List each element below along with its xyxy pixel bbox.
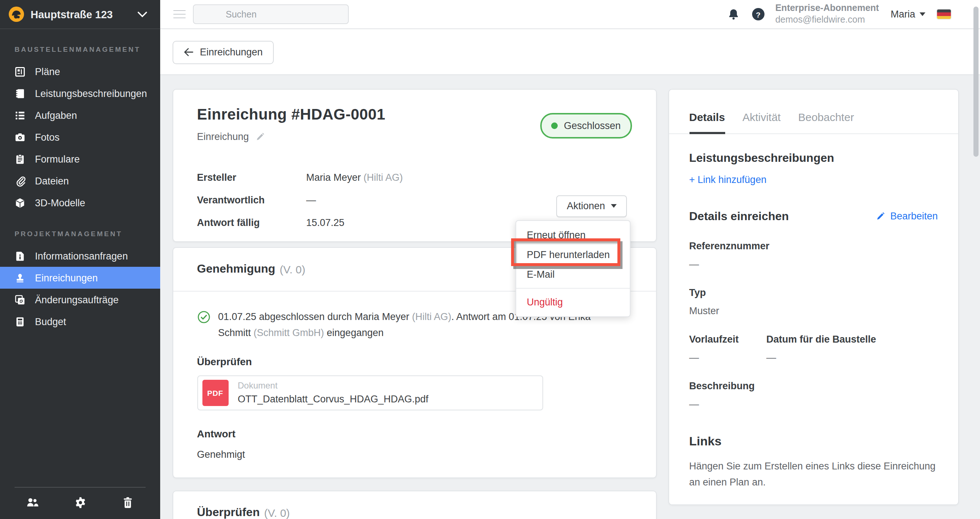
review-card: Überprüfen (V. 0) (172, 490, 657, 519)
account-email: demos@fieldwire.com (775, 14, 879, 26)
approval-title: Genehmigung (197, 262, 275, 276)
tab-details[interactable]: Details (689, 110, 725, 133)
notifications-bell-icon[interactable] (727, 8, 740, 21)
edit-button[interactable]: Bearbeiten (875, 211, 938, 222)
sidebar-item-plaene[interactable]: Pläne (0, 61, 160, 82)
chevron-down-icon (138, 11, 147, 17)
attachment-row[interactable]: PDF Dokument OTT_Datenblatt_Corvus_HDAG_… (197, 375, 543, 410)
sidebar-item-label: Informationsanfragen (35, 251, 128, 261)
sidebar-item-label: Leistungsbeschreibungen (35, 88, 147, 99)
onsite-date-value: — (766, 352, 938, 363)
trash-icon[interactable] (122, 497, 134, 509)
status-badge: Geschlossen (541, 113, 632, 139)
hamburger-menu-icon[interactable] (173, 8, 186, 21)
subheader: Einreichungen (160, 29, 980, 75)
menu-item-email[interactable]: E-Mail (516, 265, 629, 284)
sidebar-item-informationsanfragen[interactable]: Informationsanfragen (0, 245, 160, 267)
user-name: Maria (891, 9, 915, 20)
forms-icon (14, 153, 25, 164)
chevron-down-icon (920, 13, 925, 16)
sidebar-item-label: Formulare (35, 153, 80, 164)
sidebar-item-label: Aufgaben (35, 110, 77, 121)
field-value: 15.07.25 (306, 217, 344, 228)
answer-value: Genehmigt (197, 449, 632, 460)
back-button-label: Einreichungen (200, 47, 263, 57)
review-card-version: (V. 0) (264, 506, 290, 519)
answer-label: Antwort (197, 428, 632, 439)
user-menu[interactable]: Maria (891, 9, 925, 20)
add-link-button[interactable]: + Link hinzufügen (689, 174, 938, 185)
links-heading: Links (689, 434, 938, 449)
pdf-file-icon: PDF (202, 380, 228, 406)
reference-label: Referenznummer (689, 240, 938, 251)
sidebar-item-budget[interactable]: Budget (0, 311, 160, 332)
section-label: BAUSTELLENMANAGEMENT (0, 45, 160, 53)
specifications-icon (14, 88, 25, 99)
menu-item-download-pdf[interactable]: PDF herunterladen (516, 245, 629, 265)
review-section-label: Überprüfen (197, 356, 632, 367)
edit-button-label: Bearbeiten (890, 211, 938, 222)
field-value: Maria Meyer (Hilti AG) (306, 172, 403, 183)
section-label: PROJEKTMANAGEMENT (0, 230, 160, 238)
sidebar-item-aufgaben[interactable]: Aufgaben (0, 104, 160, 126)
edit-pencil-icon[interactable] (256, 132, 265, 141)
search-input[interactable] (199, 8, 344, 20)
sidebar-item-label: Fotos (35, 132, 60, 142)
status-dot-icon (552, 123, 558, 129)
actions-button[interactable]: Aktionen (557, 195, 627, 217)
submittal-type: Einreichung (197, 131, 249, 142)
type-label: Typ (689, 287, 938, 298)
project-name: Hauptstraße 123 (30, 8, 138, 20)
chevron-down-icon (611, 204, 617, 208)
fieldwire-logo-icon (9, 6, 24, 22)
search-box[interactable] (193, 4, 349, 24)
onsite-date-label: Datum für die Baustelle (766, 334, 938, 345)
tab-aktivitaet[interactable]: Aktivität (742, 110, 781, 133)
details-panel: Details Aktivität Beobachter Leistungsbe… (668, 89, 959, 505)
menu-item-reopen[interactable]: Erneut öffnen (516, 225, 629, 245)
subscription-label: Enterprise-Abonnement (775, 3, 879, 14)
field-label: Ersteller (197, 172, 306, 183)
sidebar-item-einreichungen[interactable]: Einreichungen (0, 267, 160, 289)
sidebar-item-label: 3D-Modelle (35, 197, 85, 208)
files-icon (14, 175, 25, 186)
divider (516, 288, 629, 289)
sidebar-item-label: Dateien (35, 175, 69, 186)
sidebar-item-formulare[interactable]: Formulare (0, 148, 160, 170)
language-flag-german-icon[interactable] (937, 10, 951, 19)
photos-icon (14, 132, 25, 142)
gear-icon[interactable] (74, 497, 86, 509)
type-value: Muster (689, 305, 938, 316)
sidebar-item-leistungsbeschreibungen[interactable]: Leistungsbeschreibungen (0, 82, 160, 104)
specifications-heading: Leistungsbeschreibungen (689, 151, 938, 164)
tasks-icon (14, 110, 25, 121)
people-icon[interactable] (26, 497, 38, 509)
sidebar: Hauptstraße 123 BAUSTELLENMANAGEMENT Plä… (0, 0, 160, 519)
scrollbar-thumb[interactable] (973, 6, 978, 157)
sidebar-item-dateien[interactable]: Dateien (0, 170, 160, 192)
app-window: Hauptstraße 123 BAUSTELLENMANAGEMENT Plä… (0, 0, 980, 519)
lead-time-value: — (689, 352, 766, 363)
back-button[interactable]: Einreichungen (172, 40, 274, 64)
submittals-icon (14, 272, 25, 283)
menu-item-invalid[interactable]: Ungültig (516, 292, 629, 312)
lead-time-label: Vorlaufzeit (689, 334, 766, 345)
rfi-icon (14, 251, 25, 261)
sidebar-item-3d-modelle[interactable]: 3D-Modelle (0, 192, 160, 214)
project-switcher[interactable]: Hauptstraße 123 (0, 0, 160, 29)
account-info: Enterprise-Abonnement demos@fieldwire.co… (775, 3, 879, 26)
budget-icon (14, 316, 25, 327)
tab-beobachter[interactable]: Beobachter (798, 110, 854, 133)
description-value: — (689, 398, 938, 409)
description-label: Beschreibung (689, 380, 938, 391)
change-orders-icon (14, 294, 25, 305)
sidebar-item-label: Einreichungen (35, 272, 98, 283)
plans-icon (14, 66, 25, 77)
topbar: ? Enterprise-Abonnement demos@fieldwire.… (160, 0, 980, 29)
submittal-card: Einreichung #HDAG-0001 Geschlossen Einre… (172, 89, 657, 242)
field-label: Verantwortlich (197, 194, 306, 205)
arrow-left-icon (183, 47, 193, 57)
sidebar-item-fotos[interactable]: Fotos (0, 126, 160, 148)
help-icon[interactable]: ? (752, 8, 765, 21)
sidebar-item-aenderungsauftraege[interactable]: Änderungsaufträge (0, 289, 160, 311)
